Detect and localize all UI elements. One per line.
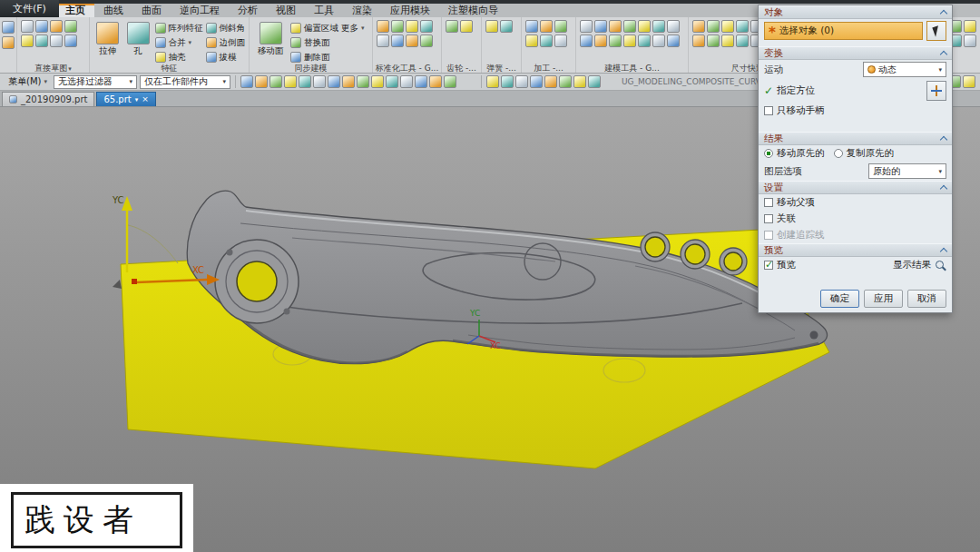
ribbon-icon[interactable] xyxy=(328,75,340,88)
ribbon-icon[interactable] xyxy=(707,34,720,47)
ribbon-icon[interactable] xyxy=(554,20,567,33)
hole-button[interactable]: 孔 xyxy=(124,20,152,64)
ribbon-icon[interactable] xyxy=(652,20,665,33)
ribbon-icon[interactable] xyxy=(35,20,48,33)
offset-region-button[interactable]: 偏置区域 xyxy=(290,22,338,34)
ribbon-icon[interactable] xyxy=(460,20,473,33)
ribbon-icon[interactable] xyxy=(540,34,553,47)
ribbon-icon[interactable] xyxy=(580,20,593,33)
hole-3[interactable] xyxy=(724,252,742,271)
ribbon-icon[interactable] xyxy=(50,20,63,33)
close-icon[interactable]: × xyxy=(142,95,149,104)
group-label-feature[interactable]: 特征 xyxy=(90,63,249,73)
ribbon-icon[interactable] xyxy=(446,20,458,33)
associative-row[interactable]: 关联 xyxy=(759,211,952,227)
draft-button[interactable]: 拔模 xyxy=(206,51,246,64)
ok-button[interactable]: 确定 xyxy=(820,290,859,308)
ribbon-icon[interactable] xyxy=(963,75,975,88)
ribbon-icon[interactable] xyxy=(964,20,976,33)
ribbon-icon[interactable] xyxy=(501,75,514,88)
group-label-direct-sketch[interactable]: 直接草图▾ xyxy=(17,63,89,73)
section-header-transform[interactable]: 变换 xyxy=(759,46,952,60)
select-cursor-button[interactable] xyxy=(926,21,946,41)
ribbon-icon[interactable] xyxy=(21,20,34,33)
section-header-settings[interactable]: 设置 xyxy=(759,181,952,194)
edge-blend-button[interactable]: 边倒圆 xyxy=(206,36,246,49)
ribbon-icon[interactable] xyxy=(964,34,976,47)
ribbon-icon[interactable] xyxy=(270,75,282,88)
ribbon-icon[interactable] xyxy=(2,21,15,34)
ribbon-icon[interactable] xyxy=(692,34,705,47)
move-parent-row[interactable]: 移动父项 xyxy=(759,194,952,211)
ribbon-icon[interactable] xyxy=(377,20,389,33)
unite-button[interactable]: 合并▾ xyxy=(155,36,203,49)
ribbon-icon[interactable] xyxy=(357,75,369,88)
preview-checkbox[interactable] xyxy=(764,261,773,270)
ribbon-icon[interactable] xyxy=(638,34,651,47)
ribbon-icon[interactable] xyxy=(580,34,593,47)
move-original-radio[interactable] xyxy=(764,149,773,158)
ribbon-icon[interactable] xyxy=(420,20,433,33)
tab-curve[interactable]: 曲线 xyxy=(94,4,132,17)
ribbon-icon[interactable] xyxy=(667,20,680,33)
ribbon-icon[interactable] xyxy=(525,34,538,47)
part-tab-20190909[interactable]: _20190909.prt xyxy=(2,92,94,106)
group-label-sync[interactable]: 同步建模 xyxy=(250,63,372,73)
ribbon-icon[interactable] xyxy=(544,75,557,88)
ribbon-icon[interactable] xyxy=(667,34,680,47)
move-face-button[interactable]: 移动面 xyxy=(253,20,288,64)
group-label-spring[interactable]: 弹簧 -... xyxy=(482,63,521,73)
group-label-machining[interactable]: 加工 -... xyxy=(522,63,575,73)
ribbon-icon[interactable] xyxy=(485,20,498,33)
wcs-origin[interactable] xyxy=(132,279,137,284)
associative-checkbox[interactable] xyxy=(764,214,773,223)
tab-render[interactable]: 渲染 xyxy=(343,4,381,17)
ribbon-icon[interactable] xyxy=(240,75,253,88)
move-handles-checkbox[interactable] xyxy=(764,106,773,115)
ribbon-icon[interactable] xyxy=(255,75,268,88)
ribbon-icon[interactable] xyxy=(35,34,48,47)
extrude-button[interactable]: 拉伸 xyxy=(93,20,122,64)
ribbon-icon[interactable] xyxy=(594,34,607,47)
motion-dropdown[interactable]: 动态 ▾ xyxy=(863,62,946,77)
ribbon-icon[interactable] xyxy=(342,75,355,88)
ribbon-icon[interactable] xyxy=(406,34,418,47)
copy-original-radio[interactable] xyxy=(834,149,843,158)
hole-1[interactable] xyxy=(645,237,665,257)
ribbon-icon[interactable] xyxy=(623,34,636,47)
ribbon-icon[interactable] xyxy=(530,75,543,88)
ribbon-icon[interactable] xyxy=(371,75,384,88)
ribbon-icon[interactable] xyxy=(64,20,77,33)
ribbon-icon[interactable] xyxy=(429,75,442,88)
ribbon-icon[interactable] xyxy=(500,20,513,33)
ribbon-icon[interactable] xyxy=(284,75,297,88)
part-tab-65[interactable]: 65.prt ▾ × xyxy=(96,92,155,106)
tab-application-modules[interactable]: 应用模块 xyxy=(381,4,439,17)
section-header-object[interactable]: 对象 xyxy=(759,5,952,19)
sync-more-button[interactable]: 更多▾ xyxy=(341,22,365,34)
ribbon-icon[interactable] xyxy=(64,34,77,47)
ribbon-icon[interactable] xyxy=(313,75,326,88)
file-menu-button[interactable]: 文件(F) xyxy=(0,0,59,17)
ribbon-icon[interactable] xyxy=(2,36,15,49)
ribbon-icon[interactable] xyxy=(559,75,572,88)
section-header-preview[interactable]: 预览 xyxy=(759,243,952,257)
apply-button[interactable]: 应用 xyxy=(864,290,903,308)
ribbon-icon[interactable] xyxy=(588,75,601,88)
pivot-hole[interactable] xyxy=(237,261,277,301)
select-object-field[interactable]: * 选择对象 (0) xyxy=(764,22,923,40)
ribbon-icon[interactable] xyxy=(692,20,705,33)
replace-face-button[interactable]: 替换面 xyxy=(290,36,338,49)
ribbon-icon[interactable] xyxy=(638,20,651,33)
ribbon-icon[interactable] xyxy=(386,75,398,88)
tab-view[interactable]: 视图 xyxy=(267,4,305,17)
ribbon-icon[interactable] xyxy=(299,75,311,88)
ribbon-icon[interactable] xyxy=(707,20,720,33)
shell-button[interactable]: 抽壳 xyxy=(155,51,203,64)
tab-tools[interactable]: 工具 xyxy=(305,4,343,17)
ribbon-icon[interactable] xyxy=(400,75,413,88)
pattern-feature-button[interactable]: 阵列特征 xyxy=(155,22,203,34)
ribbon-icon[interactable] xyxy=(573,75,586,88)
selection-filter-dropdown[interactable]: 无选择过滤器▾ xyxy=(54,75,137,89)
ribbon-icon[interactable] xyxy=(486,75,499,88)
